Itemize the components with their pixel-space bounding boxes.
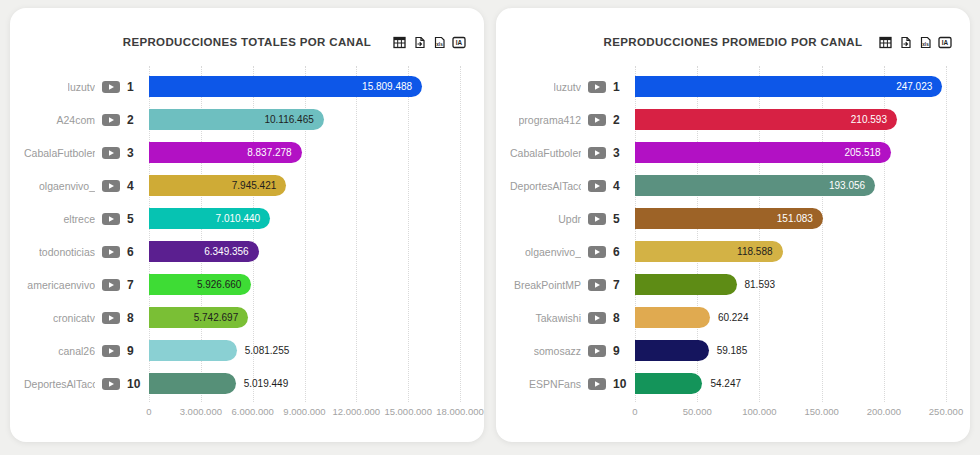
youtube-icon [102, 180, 120, 192]
chart-row: A24com210.116.465 [24, 103, 470, 136]
chart-row: CabalaFutbolera38.837.278 [24, 136, 470, 169]
value-label: 15.809.488 [362, 76, 422, 97]
bar[interactable]: 10.116.465 [149, 109, 324, 130]
chart-rows: luzutv115.809.488A24com210.116.465Cabala… [24, 70, 470, 400]
youtube-icon [102, 279, 120, 291]
channel-label: somosazz [534, 345, 581, 357]
chart-row: CabalaFutbolera3205.518 [510, 136, 956, 169]
youtube-icon [102, 213, 120, 225]
bar-zone: 5.019.449 [149, 373, 460, 394]
bar[interactable]: 5.926.660 [149, 274, 251, 295]
bar[interactable]: 7.945.421 [149, 175, 286, 196]
youtube-icon [102, 114, 120, 126]
svg-text:IA: IA [942, 39, 949, 46]
bar-zone: 5.081.255 [149, 340, 460, 361]
value-label: 205.518 [845, 142, 891, 163]
row-label-zone: luzutv1 [510, 80, 635, 94]
value-label: 54.247 [710, 373, 741, 394]
bar-zone: 205.518 [635, 142, 946, 163]
youtube-icon [588, 180, 606, 192]
ai-analysis-icon[interactable]: IA [452, 35, 466, 49]
bar-zone: 54.247 [635, 373, 946, 394]
row-label-zone: todonoticias6 [24, 245, 149, 259]
channel-label: Updr [558, 213, 581, 225]
chart-row: cronicatv85.742.697 [24, 301, 470, 334]
bar[interactable]: 5.742.697 [149, 307, 248, 328]
chart-header: REPRODUCCIONES PROMEDIO POR CANAL xlsIA [510, 32, 956, 52]
row-label-zone: americaenvivo7 [24, 278, 149, 292]
rank-label: 10 [127, 377, 143, 391]
bar[interactable] [149, 373, 236, 394]
ai-analysis-icon[interactable]: IA [938, 35, 952, 49]
chart-row: canal2695.081.255 [24, 334, 470, 367]
value-label: 5.081.255 [245, 340, 290, 361]
row-label-zone: DeportesAlTaco10 [24, 377, 149, 391]
value-label: 7.945.421 [232, 175, 287, 196]
bar[interactable]: 151.083 [635, 208, 823, 229]
youtube-icon [102, 246, 120, 258]
rank-label: 1 [613, 80, 629, 94]
value-label: 247.023 [896, 76, 942, 97]
chart-row: DeportesAlTaco4193.056 [510, 169, 956, 202]
rank-label: 2 [613, 113, 629, 127]
bar-zone: 193.056 [635, 175, 946, 196]
channel-label: DeportesAlTaco [24, 378, 95, 390]
row-label-zone: luzutv1 [24, 80, 149, 94]
youtube-icon [588, 279, 606, 291]
value-label: 5.019.449 [244, 373, 289, 394]
bar[interactable] [635, 340, 709, 361]
row-label-zone: CabalaFutbolera3 [24, 146, 149, 160]
bar-zone: 210.593 [635, 109, 946, 130]
rank-label: 9 [127, 344, 143, 358]
bar-zone: 118.588 [635, 241, 946, 262]
export-excel-icon[interactable]: xls [432, 35, 446, 49]
channel-label: ESPNFans [529, 378, 581, 390]
bar[interactable] [635, 307, 710, 328]
channel-label: luzutv [554, 81, 581, 93]
table-view-icon[interactable] [392, 35, 406, 49]
channel-label: Takawishi [535, 312, 581, 324]
x-axis: 050.000100.000150.000200.000250.000 [635, 406, 946, 426]
channel-label: luzutv [68, 81, 95, 93]
bar[interactable]: 118.588 [635, 241, 783, 262]
x-axis-tick: 6.000.000 [232, 406, 274, 417]
bar[interactable]: 6.349.356 [149, 241, 259, 262]
x-axis-tick: 12.000.000 [333, 406, 381, 417]
channel-label: DeportesAlTaco [510, 180, 581, 192]
bar[interactable]: 205.518 [635, 142, 891, 163]
youtube-icon [102, 312, 120, 324]
channel-label: BreakPointMP [514, 279, 581, 291]
bar-zone: 60.224 [635, 307, 946, 328]
row-label-zone: Takawishi8 [510, 311, 635, 325]
youtube-icon [588, 345, 606, 357]
export-file-icon[interactable] [898, 35, 912, 49]
x-axis-tick: 50.000 [683, 406, 712, 417]
x-axis-tick: 250.000 [929, 406, 963, 417]
rank-label: 5 [613, 212, 629, 226]
channel-label: eltrece [63, 213, 95, 225]
youtube-icon [588, 81, 606, 93]
bar[interactable]: 15.809.488 [149, 76, 422, 97]
rank-label: 8 [127, 311, 143, 325]
row-label-zone: BreakPointMP7 [510, 278, 635, 292]
bar-zone: 7.945.421 [149, 175, 460, 196]
table-view-icon[interactable] [878, 35, 892, 49]
bar[interactable]: 210.593 [635, 109, 897, 130]
channel-label: canal26 [58, 345, 95, 357]
row-label-zone: cronicatv8 [24, 311, 149, 325]
row-label-zone: CabalaFutbolera3 [510, 146, 635, 160]
bar-zone: 10.116.465 [149, 109, 460, 130]
bar[interactable]: 7.010.440 [149, 208, 270, 229]
chart-header: REPRODUCCIONES TOTALES POR CANAL xlsIA [24, 32, 470, 52]
export-file-icon[interactable] [412, 35, 426, 49]
bar[interactable] [635, 373, 702, 394]
bar[interactable] [635, 274, 737, 295]
value-label: 8.837.278 [247, 142, 302, 163]
export-excel-icon[interactable]: xls [918, 35, 932, 49]
bar[interactable]: 247.023 [635, 76, 942, 97]
bar[interactable]: 8.837.278 [149, 142, 302, 163]
bar[interactable] [149, 340, 237, 361]
chart-row: programa4122210.593 [510, 103, 956, 136]
bar-zone: 7.010.440 [149, 208, 460, 229]
bar[interactable]: 193.056 [635, 175, 875, 196]
